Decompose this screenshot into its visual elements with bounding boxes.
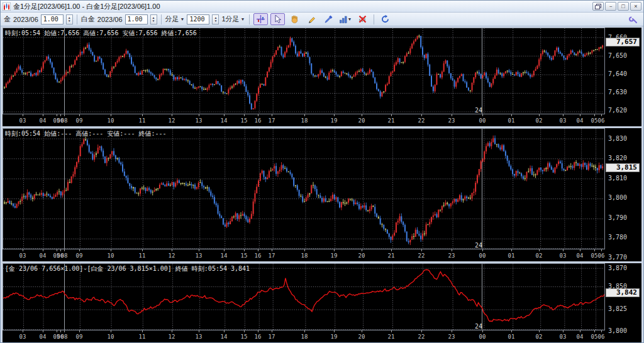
time-axis-label: 04 [577,117,584,124]
platinum-ratio-spinner[interactable]: ▲▼ [150,14,157,24]
time-tick [64,330,65,332]
period-type-dropdown[interactable]: 分足▼ [165,14,185,24]
time-axis-label: 05 [591,334,598,340]
time-tick [580,249,580,251]
pointer-select-button[interactable] [270,13,285,25]
time-axis-label: 04 [40,117,47,124]
time-tick [421,114,422,116]
time-axis-label: 23 [448,334,455,340]
time-tick [43,330,43,332]
time-axis-label: 21 [388,117,395,124]
time-axis-label: 16 [255,117,262,124]
toolbar-separator [374,14,374,24]
pen-draw-button[interactable] [321,13,336,25]
bar-count-input[interactable]: 1200 [187,14,209,24]
time-tick [60,249,61,251]
time-tick [111,330,111,332]
time-axis-label: 10 [108,117,114,124]
time-tick [244,330,245,332]
time-tick [452,114,452,116]
time-axis-label: 13 [196,334,203,340]
gold-candle-canvas[interactable] [3,28,604,114]
restore-icon [595,4,601,9]
gold-candle-plot[interactable]: 時刻:05:54 始値:7,656 高値:7,656 安値:7,656 終値:7… [3,28,605,114]
time-tick [362,249,362,251]
platinum-ratio-input[interactable]: 1.00 [125,14,148,24]
time-axis-label: 22 [418,334,425,340]
window-restore-button[interactable] [592,2,604,11]
minimize-button[interactable]: － [605,2,616,11]
chart-panel: [金 23/06 7,656×1.00]-[白金 23/06 3,815×1.0… [3,263,641,342]
time-axis-label: 00 [479,117,486,124]
bar-count-spinner[interactable]: ▲▼ [212,14,219,24]
time-tick [563,249,564,251]
time-axis-label: 18 [301,253,308,259]
gold-month-value[interactable]: 2023/06 [13,16,38,23]
time-axis-label: 16 [255,334,262,340]
chart-panel: 時刻:05:54 始値:--- 高値:--- 安値:--- 終値:--- 24 … [3,128,641,261]
time-axis-label: 03 [19,117,26,124]
pencil-draw-button[interactable] [304,13,319,25]
hand-icon [290,14,299,24]
crosshair-mode-button[interactable] [253,13,268,25]
app-window: 金1分足[2023/06]1.00 - 白金1分足[2023/06]1.00 －… [0,0,644,343]
spread-line-plot[interactable]: [金 23/06 7,656×1.00]-[白金 23/06 3,815×1.0… [3,263,605,330]
platinum-month-value[interactable]: 2023/06 [97,16,123,23]
time-tick [199,330,199,332]
y-axis-label: 7,630 [608,89,627,95]
time-axis-label: 06 [598,117,605,124]
chart-type-button[interactable]: ▼ [338,13,353,25]
time-axis-label: 12 [169,253,175,259]
time-axis-label: 17 [269,334,275,340]
y-axis-label: 3,870 [608,264,627,271]
time-axis-label: 02 [536,117,543,124]
time-tick [258,330,258,332]
interval-dropdown[interactable]: 1分足▼ [221,14,245,24]
time-axis-label: 05 [591,253,598,259]
time-tick [111,114,111,116]
time-tick [334,249,335,251]
time-tick [64,114,65,116]
chevron-down-icon: ▼ [180,17,185,21]
maximize-button[interactable]: □ [618,2,629,11]
time-axis-label: 01 [508,253,515,259]
time-axis-label: 14 [221,334,228,340]
time-tick [79,114,80,116]
date-label: 24 [475,242,482,249]
time-tick [79,330,80,332]
current-price-badge: 3,815 [606,163,640,172]
time-tick [539,249,540,251]
time-tick [172,330,172,332]
time-tick [580,330,580,332]
time-axis-label: 21 [388,253,395,259]
time-tick [60,330,61,332]
settings-wrench-button[interactable] [626,13,640,25]
refresh-button[interactable] [378,13,392,25]
time-tick [43,249,43,251]
window-title: 金1分足[2023/06]1.00 - 白金1分足[2023/06]1.00 [13,2,160,11]
time-tick [43,114,43,116]
time-axis-label: 06 [598,334,605,340]
clear-chart-button[interactable] [355,13,370,25]
chart-area: 時刻:05:54 始値:7,656 高値:7,656 安値:7,656 終値:7… [1,26,643,343]
time-axis-label: 17 [269,117,275,124]
time-tick [511,330,512,332]
y-axis-label: 3,770 [608,254,627,261]
time-axis-label: 03 [560,253,567,259]
gold-ratio-spinner[interactable]: ▲▼ [66,14,73,24]
ohlc-status: 時刻:05:54 始値:7,656 高値:7,656 安値:7,656 終値:7… [5,29,197,38]
close-button[interactable]: × [630,2,641,11]
toolbar-separator [161,14,162,24]
time-axis-label: 02 [536,253,543,259]
pan-hand-button[interactable] [287,13,302,25]
time-tick [452,249,452,251]
platinum-candle-canvas[interactable] [3,129,604,249]
time-tick [199,114,199,116]
platinum-candle-plot[interactable]: 時刻:05:54 始値:--- 高値:--- 安値:--- 終値:--- 24 [3,128,605,249]
time-axis-label: 22 [418,117,425,124]
time-tick [482,330,483,332]
time-tick [142,330,143,332]
gold-ratio-input[interactable]: 1.00 [41,14,64,24]
spread-line-canvas[interactable] [3,264,604,330]
y-axis-label: 3,825 [608,305,627,312]
